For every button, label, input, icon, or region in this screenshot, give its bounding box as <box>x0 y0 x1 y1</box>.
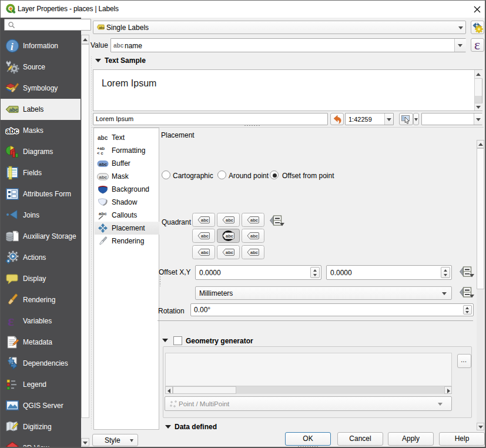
svg-text:i: i <box>11 41 14 52</box>
svg-text:abc: abc <box>99 26 105 29</box>
svg-text:abc: abc <box>98 135 108 141</box>
svg-text:abc: abc <box>99 211 107 216</box>
svg-text:abc: abc <box>6 127 19 135</box>
svg-text:abc: abc <box>99 175 108 180</box>
svg-text:abc: abc <box>9 107 19 113</box>
svg-text:< c: < c <box>97 151 103 155</box>
svg-text:abc: abc <box>99 162 108 167</box>
svg-text:ε: ε <box>8 314 14 328</box>
